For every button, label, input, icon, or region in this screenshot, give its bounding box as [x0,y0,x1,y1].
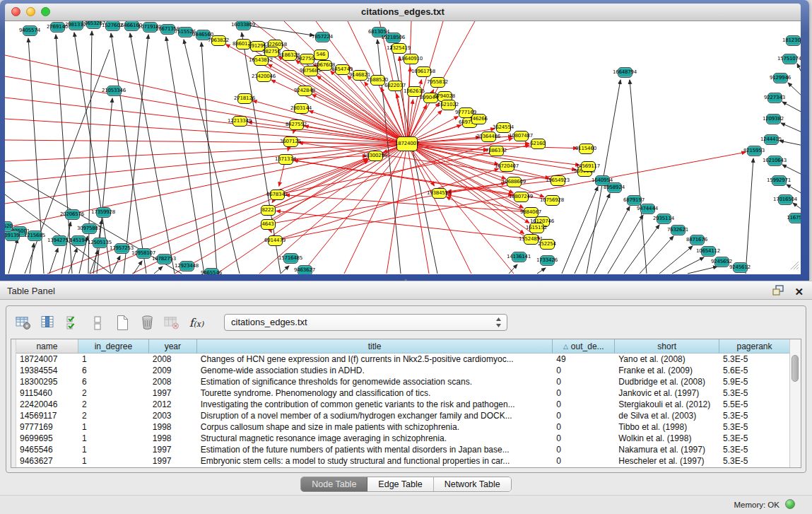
table-mode-icon[interactable] [15,312,32,333]
graph-node[interactable] [289,119,304,130]
graph-node[interactable] [766,114,781,124]
window-zoom-button[interactable] [41,7,50,16]
show-columns-icon[interactable] [40,312,57,333]
memory-status-indicator[interactable] [785,499,795,509]
graph-node[interactable] [52,235,67,246]
graph-node[interactable] [772,175,787,186]
graph-node[interactable] [778,194,793,205]
graph-node[interactable] [514,131,529,141]
graph-node[interactable] [178,27,193,37]
graph-node[interactable] [627,195,642,206]
graph-node[interactable] [204,268,219,275]
graph-node[interactable] [767,156,782,166]
table-row[interactable]: 946554611997Estimation of the future num… [16,444,790,455]
column-header-short[interactable]: short [615,339,719,354]
column-header-title[interactable]: title [197,339,553,354]
graph-node[interactable] [5,221,13,232]
table-row[interactable]: 946362711997Embryonic stem cells: a mode… [16,455,790,467]
graph-node[interactable] [124,21,139,31]
table-row[interactable]: 911546021997Tourette syndrome. Phenomeno… [16,387,790,399]
graph-node[interactable] [270,189,285,200]
graph-node[interactable] [136,248,151,259]
graph-node[interactable] [701,246,716,257]
graph-node[interactable] [733,262,748,273]
graph-node[interactable] [579,144,594,154]
graph-node[interactable] [23,25,37,36]
table-row[interactable]: 977716911998Corpus callosum shape and si… [16,421,790,433]
graph-node[interactable] [512,252,526,262]
create-column-icon[interactable] [114,312,131,333]
graph-node[interactable] [404,54,418,64]
function-builder-icon[interactable]: f(x) [188,312,205,333]
graph-node[interactable] [581,161,596,172]
window-close-button[interactable] [11,7,20,16]
graph-node[interactable] [441,100,456,110]
graph-node[interactable] [303,66,318,76]
graph-node[interactable] [416,66,431,77]
graph-node[interactable] [278,154,293,165]
graph-node[interactable] [489,146,504,156]
graph-node[interactable] [143,22,158,33]
graph-node[interactable] [283,253,298,264]
table-scrollbar[interactable] [789,339,801,467]
graph-node[interactable] [529,223,544,233]
graph-node[interactable] [236,21,251,30]
graph-node[interactable] [423,93,438,103]
tab-edge-table[interactable]: Edge Table [367,477,433,491]
graph-node[interactable] [671,225,686,235]
graph-node[interactable] [298,265,312,275]
select-columns-icon[interactable] [64,312,81,333]
column-header-year[interactable]: year [149,339,197,354]
table-row[interactable]: 2242004622012Investigating the contribut… [16,399,790,410]
graph-node[interactable] [407,86,422,97]
graph-node[interactable] [250,41,265,52]
graph-node[interactable] [524,234,539,245]
graph-node[interactable] [294,103,309,114]
window-minimize-button[interactable] [26,7,35,16]
graph-node[interactable] [86,21,101,29]
graph-hub-node[interactable] [396,136,418,151]
graph-node[interactable] [471,114,486,124]
graph-node[interactable] [368,151,383,161]
graph-node[interactable] [782,54,797,64]
panel-divider-grip[interactable]: ⌃ [401,280,411,284]
graph-node[interactable] [254,55,269,66]
graph-node[interactable] [71,235,86,246]
graph-node[interactable] [261,219,276,230]
graph-node[interactable] [196,30,211,40]
table-row[interactable]: 1830029562008Estimation of significance … [16,376,790,387]
table-row[interactable]: 1456911722003Disruption of a novel membe… [16,410,790,421]
graph-node[interactable] [481,132,496,142]
column-header-pagerank[interactable]: pagerank [719,339,790,354]
graph-node[interactable] [5,230,20,241]
graph-node[interactable] [618,67,632,78]
graph-node[interactable] [93,238,107,248]
graph-node[interactable] [105,21,120,31]
scrollbar-thumb[interactable] [792,355,799,382]
column-header-in_degree[interactable]: in_degree [78,339,149,354]
graph-node[interactable] [257,71,271,82]
graph-node[interactable] [540,239,555,250]
graph-node[interactable] [298,86,312,96]
graph-node[interactable] [773,73,788,83]
graph-node[interactable] [432,188,447,199]
graph-node[interactable] [28,230,42,241]
graph-node[interactable] [524,207,539,218]
graph-node[interactable] [545,195,560,206]
graph-node[interactable] [236,39,251,49]
graph-node[interactable] [372,27,387,37]
graph-node[interactable] [268,235,283,246]
graph-node[interactable] [237,93,252,104]
float-panel-icon[interactable] [772,285,784,298]
graph-node[interactable] [531,139,546,149]
graph-node[interactable] [640,204,655,214]
graph-node[interactable] [657,214,671,224]
delete-columns-trash-icon[interactable] [139,312,155,333]
graph-node[interactable] [764,134,779,145]
graph-node[interactable] [551,175,565,186]
graph-node[interactable] [261,205,276,216]
clear-selection-icon[interactable] [89,312,106,333]
resize-grip-icon[interactable] [789,259,799,273]
graph-node[interactable] [96,207,111,218]
close-panel-icon[interactable]: ✕ [794,286,804,297]
